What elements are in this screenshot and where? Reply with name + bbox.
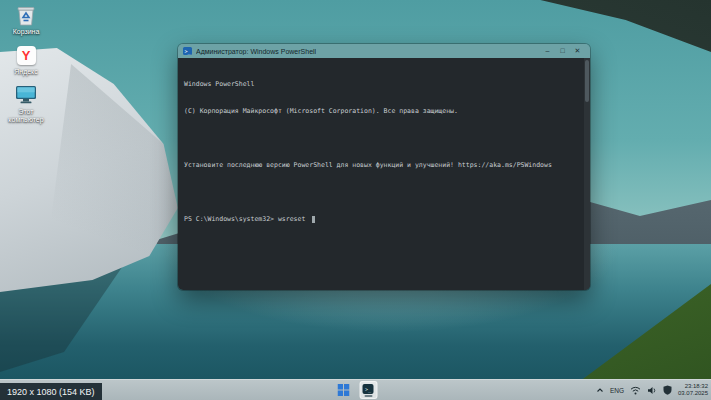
volume-icon[interactable] bbox=[647, 386, 657, 395]
language-indicator[interactable]: ENG bbox=[610, 387, 624, 394]
desktop-icon-label: Яндекс bbox=[14, 68, 38, 76]
console-command: wsreset bbox=[278, 215, 305, 224]
active-app-indicator bbox=[364, 395, 372, 397]
desktop-icon-recycle-bin[interactable]: Корзина bbox=[3, 3, 49, 36]
desktop-icon-this-pc[interactable]: Этот компьютер bbox=[3, 83, 49, 124]
powershell-window: >_ Администратор: Windows PowerShell – □… bbox=[178, 44, 590, 290]
window-titlebar[interactable]: >_ Администратор: Windows PowerShell – □… bbox=[178, 44, 590, 58]
image-resolution-overlay: 1920 x 1080 (154 KB) bbox=[0, 383, 102, 400]
wifi-icon[interactable] bbox=[630, 386, 641, 395]
window-controls: – □ ✕ bbox=[540, 44, 585, 58]
console-line: (C) Корпорация Майкрософт (Microsoft Cor… bbox=[184, 107, 580, 116]
window-title: Администратор: Windows PowerShell bbox=[196, 48, 316, 55]
taskbar-powershell-button[interactable]: >_ bbox=[359, 381, 377, 399]
recycle-bin-icon bbox=[14, 3, 38, 27]
desktop-screen: Корзина Y Яндекс Этот компьютер >_ Админ… bbox=[0, 0, 711, 400]
maximize-button[interactable]: □ bbox=[555, 44, 570, 58]
taskbar-center: >_ bbox=[334, 380, 377, 400]
minimize-button[interactable]: – bbox=[540, 44, 555, 58]
windows-logo-icon bbox=[337, 384, 349, 396]
yandex-browser-icon: Y bbox=[14, 43, 38, 67]
start-button[interactable] bbox=[334, 381, 352, 399]
powershell-taskbar-icon: >_ bbox=[363, 384, 374, 394]
security-shield-icon[interactable] bbox=[663, 385, 672, 395]
powershell-icon: >_ bbox=[183, 47, 192, 55]
desktop-icon-label: Этот компьютер bbox=[3, 108, 49, 124]
scrollbar-thumb[interactable] bbox=[585, 60, 589, 102]
console-line: Windows PowerShell bbox=[184, 80, 580, 89]
resolution-label: 1920 x 1080 (154 KB) bbox=[7, 387, 95, 397]
taskbar-clock[interactable]: 23:18:32 03.07.2025 bbox=[678, 383, 708, 397]
this-pc-icon bbox=[14, 83, 38, 107]
console-line: Установите последнюю версию PowerShell д… bbox=[184, 161, 580, 170]
desktop-icon-label: Корзина bbox=[13, 28, 40, 36]
desktop-icon-list: Корзина Y Яндекс Этот компьютер bbox=[3, 3, 49, 124]
system-tray: ENG 23:18:32 03 bbox=[596, 380, 708, 400]
close-button[interactable]: ✕ bbox=[570, 44, 585, 58]
tray-time: 23:18:32 bbox=[685, 383, 708, 390]
desktop-icon-yandex-browser[interactable]: Y Яндекс bbox=[3, 43, 49, 76]
console-output[interactable]: Windows PowerShell (C) Корпорация Майкро… bbox=[178, 58, 590, 290]
taskbar: >_ ENG bbox=[0, 379, 711, 400]
console-scrollbar[interactable] bbox=[584, 58, 590, 290]
text-cursor bbox=[312, 216, 315, 223]
console-prompt: PS C:\Windows\system32> bbox=[184, 215, 274, 224]
tray-date: 03.07.2025 bbox=[678, 390, 708, 397]
console-prompt-row: PS C:\Windows\system32> wsreset bbox=[184, 215, 580, 224]
hidden-icons-chevron[interactable] bbox=[596, 386, 604, 394]
